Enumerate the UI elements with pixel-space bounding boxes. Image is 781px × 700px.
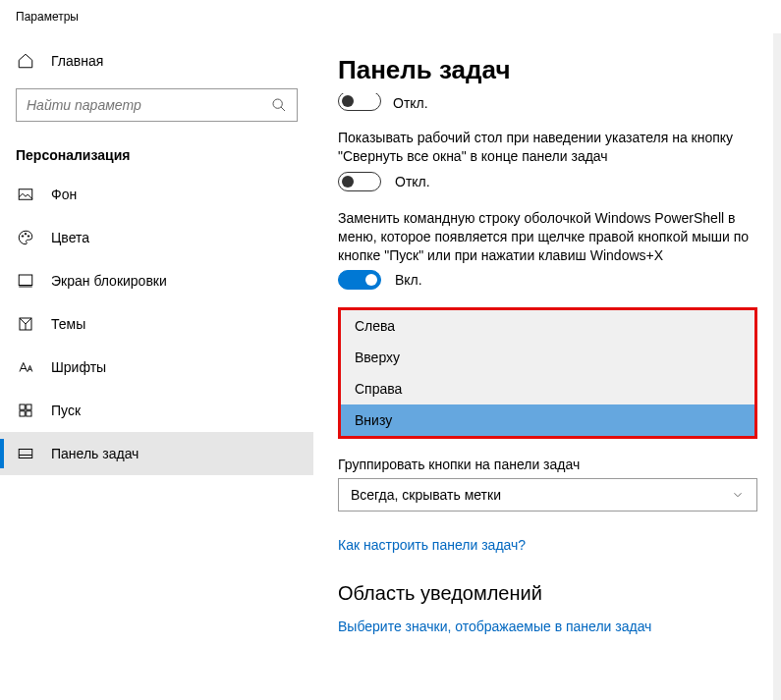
sidebar-item-label: Экран блокировки	[51, 273, 167, 289]
page-title: Панель задач	[338, 55, 757, 85]
svg-point-3	[25, 234, 27, 236]
palette-icon	[16, 228, 35, 247]
svg-rect-10	[27, 411, 31, 416]
toggle-clipped[interactable]	[338, 93, 381, 111]
group-buttons-label: Группировать кнопки на панели задач	[338, 457, 757, 472]
svg-rect-11	[19, 450, 32, 458]
fonts-icon	[16, 357, 35, 377]
svg-point-2	[22, 236, 24, 238]
sidebar-item-fonts[interactable]: Шрифты	[0, 346, 313, 389]
sidebar-item-label: Темы	[51, 316, 85, 332]
dropdown-option[interactable]: Слева	[341, 310, 754, 342]
taskbar-position-dropdown[interactable]: Слева Вверху Справа Внизу	[338, 307, 757, 439]
setting-peek-description: Показывать рабочий стол при наведении ук…	[338, 129, 757, 166]
link-configure-taskbars[interactable]: Как настроить панели задач?	[338, 537, 526, 553]
link-select-icons[interactable]: Выберите значки, отображаемые в панели з…	[338, 619, 651, 634]
toggle-powershell[interactable]	[338, 270, 381, 290]
svg-rect-9	[20, 411, 25, 416]
toggle-peek[interactable]	[338, 172, 381, 191]
lockscreen-icon	[16, 271, 35, 291]
dropdown-option[interactable]: Вверху	[341, 342, 754, 373]
home-icon	[16, 51, 35, 71]
dropdown-option[interactable]: Справа	[341, 373, 754, 404]
themes-icon	[16, 314, 35, 334]
svg-rect-7	[20, 404, 25, 409]
sidebar-item-lockscreen[interactable]: Экран блокировки	[0, 259, 313, 302]
main-content: Панель задач Откл. Показывать рабочий ст…	[314, 33, 781, 700]
scrollbar[interactable]	[773, 33, 781, 700]
toggle-state-label: Откл.	[395, 174, 430, 189]
search-input[interactable]	[27, 97, 261, 113]
sidebar-item-taskbar[interactable]: Панель задач	[0, 432, 313, 475]
clipped-toggle-row: Откл.	[338, 93, 757, 111]
window-titlebar: Параметры	[0, 0, 781, 33]
svg-rect-8	[27, 404, 31, 409]
sidebar-item-start[interactable]: Пуск	[0, 389, 313, 432]
taskbar-icon	[16, 444, 35, 463]
svg-rect-1	[19, 189, 32, 200]
sidebar-item-label: Фон	[51, 187, 77, 202]
sidebar-item-background[interactable]: Фон	[0, 173, 313, 216]
sidebar-item-label: Пуск	[51, 403, 81, 418]
sidebar: Главная Персонализация Фон	[0, 33, 314, 700]
toggle-state-label: Вкл.	[395, 272, 422, 288]
svg-point-0	[273, 99, 282, 108]
sidebar-home[interactable]: Главная	[0, 39, 313, 82]
toggle-state-label: Откл.	[393, 95, 428, 111]
sidebar-section-title: Персонализация	[0, 134, 313, 173]
search-icon	[271, 97, 287, 113]
sidebar-home-label: Главная	[51, 53, 103, 69]
sidebar-item-themes[interactable]: Темы	[0, 302, 313, 346]
start-icon	[16, 401, 35, 420]
setting-powershell-description: Заменить командную строку оболочкой Wind…	[338, 209, 757, 265]
sidebar-item-label: Цвета	[51, 230, 89, 245]
chevron-down-icon	[731, 488, 745, 502]
group-buttons-select[interactable]: Всегда, скрывать метки	[338, 478, 757, 512]
search-input-wrapper[interactable]	[16, 88, 298, 122]
dropdown-option-selected[interactable]: Внизу	[341, 404, 754, 436]
notification-area-heading: Область уведомлений	[338, 582, 757, 605]
sidebar-item-colors[interactable]: Цвета	[0, 216, 313, 259]
sidebar-item-label: Панель задач	[51, 446, 139, 461]
sidebar-item-label: Шрифты	[51, 359, 106, 375]
svg-point-4	[28, 236, 29, 238]
select-value: Всегда, скрывать метки	[351, 487, 501, 503]
picture-icon	[16, 185, 35, 204]
svg-rect-5	[19, 275, 32, 286]
window-title: Параметры	[16, 10, 79, 24]
